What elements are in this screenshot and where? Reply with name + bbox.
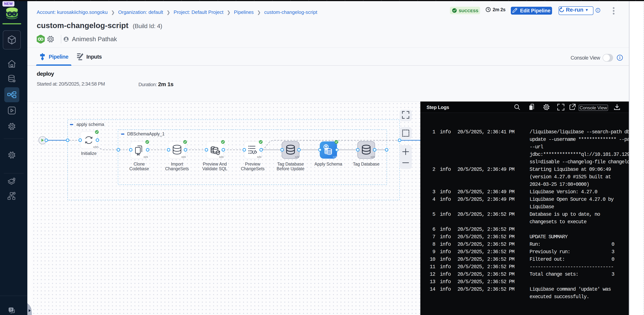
svg-text:Tag Database: Tag Database — [353, 162, 380, 166]
svg-text:Apply Schema: Apply Schema — [314, 162, 342, 166]
svg-text:Animesh Pathak: Animesh Pathak — [72, 36, 117, 42]
svg-text:ChangeSets: ChangeSets — [165, 166, 189, 171]
svg-text:Tag Database: Tag Database — [277, 162, 304, 166]
svg-text:Codebase: Codebase — [130, 166, 149, 171]
svg-text:Initialize: Initialize — [81, 151, 96, 156]
svg-text:Validate SQL: Validate SQL — [202, 166, 228, 171]
svg-text:apply schema: apply schema — [76, 122, 104, 127]
svg-text:DBSchemaApply_1: DBSchemaApply_1 — [127, 132, 164, 136]
svg-text:?: ? — [10, 308, 12, 312]
svg-text:Preview: Preview — [245, 162, 260, 166]
svg-text:Before Update: Before Update — [277, 166, 304, 171]
svg-text:Preview And: Preview And — [203, 162, 227, 166]
svg-text:ChangeSets: ChangeSets — [241, 166, 265, 171]
svg-text:Clone: Clone — [134, 162, 145, 166]
svg-text:Import: Import — [171, 162, 183, 166]
